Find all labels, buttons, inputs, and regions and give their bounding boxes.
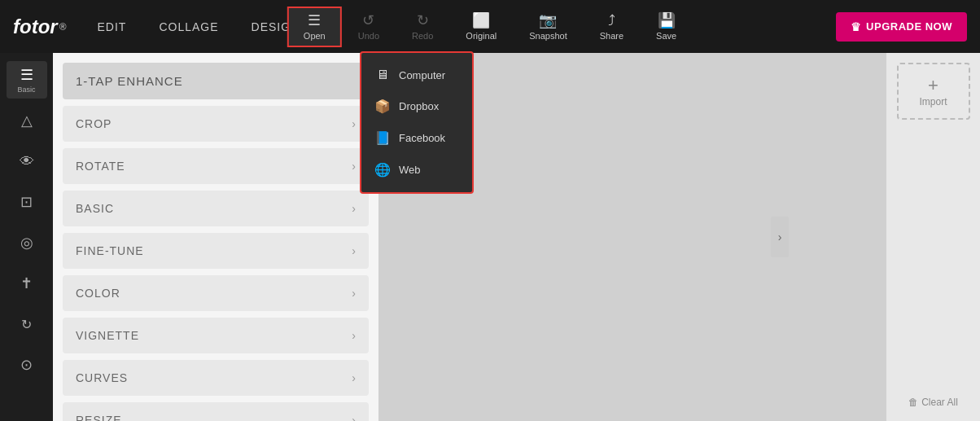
redo-icon: ↻ bbox=[417, 13, 429, 28]
undo-icon: ↺ bbox=[362, 13, 374, 28]
share-label: Share bbox=[600, 31, 623, 41]
open-dropdown: 🖥 Computer 📦 Dropbox 📘 Facebook 🌐 Web bbox=[360, 51, 474, 194]
crop-label: CROP bbox=[76, 117, 112, 130]
sticker-icon: ◎ bbox=[20, 234, 33, 252]
upgrade-button[interactable]: ♛ UPGRADE NOW bbox=[836, 12, 967, 42]
crop-chevron: › bbox=[352, 117, 356, 130]
original-label: Original bbox=[466, 31, 497, 41]
frame-icon: ⊡ bbox=[20, 193, 33, 211]
import-box[interactable]: + Import bbox=[897, 63, 970, 120]
rotate-label: ROTATE bbox=[76, 160, 125, 173]
share-icon: ⤴ bbox=[608, 13, 615, 28]
basic-adjust-label: BASIC bbox=[76, 202, 114, 215]
crown-icon: ♛ bbox=[851, 20, 862, 33]
open-label: Open bbox=[304, 31, 326, 41]
curves-label: CURVES bbox=[76, 371, 128, 384]
toolbar-undo[interactable]: ↺ Undo bbox=[342, 7, 396, 47]
basic-label: Basic bbox=[17, 86, 35, 94]
dropdown-web-label: Web bbox=[399, 164, 421, 176]
logo-text: fotor bbox=[13, 15, 58, 38]
save-icon: 💾 bbox=[658, 13, 676, 28]
panel-vignette[interactable]: VIGNETTE › bbox=[63, 318, 369, 353]
import-label: Import bbox=[919, 96, 947, 107]
panel-curves[interactable]: CURVES › bbox=[63, 360, 369, 396]
panel-basic[interactable]: BASIC › bbox=[63, 191, 369, 226]
toolbar-center: ☰ Open ↺ Undo ↻ Redo ⬜ Original 📷 Snapsh… bbox=[287, 7, 693, 47]
basic-icon: ☰ bbox=[20, 66, 33, 84]
effect-icon: 👁 bbox=[20, 153, 34, 170]
sidebar-settings[interactable]: ⊙ bbox=[7, 346, 47, 384]
sidebar-text[interactable]: ✝ bbox=[7, 265, 47, 302]
finetune-label: FINE-TUNE bbox=[76, 244, 144, 257]
sidebar-frame[interactable]: ⊡ bbox=[7, 183, 47, 221]
nav-edit[interactable]: EDIT bbox=[91, 17, 133, 37]
resize-label: RESIZE bbox=[76, 414, 122, 421]
topbar: fotor ® EDIT COLLAGE DESIGN ☰ Open ↺ Und… bbox=[0, 0, 980, 53]
icon-sidebar: ☰ Basic △ 👁 ⊡ ◎ ✝ ↻ ⊙ bbox=[0, 53, 53, 421]
original-icon: ⬜ bbox=[472, 13, 490, 28]
panel-crop[interactable]: CROP › bbox=[63, 106, 369, 142]
beauty-icon: △ bbox=[21, 112, 33, 129]
clear-all-label: Clear All bbox=[921, 397, 958, 408]
text-icon: ✝ bbox=[20, 274, 33, 292]
sidebar-beauty[interactable]: △ bbox=[7, 102, 47, 139]
snapshot-label: Snapshot bbox=[529, 31, 567, 41]
computer-icon: 🖥 bbox=[374, 68, 391, 82]
settings-icon: ⊙ bbox=[20, 356, 33, 374]
dropbox-icon: 📦 bbox=[374, 99, 391, 114]
scene-icon: ↻ bbox=[21, 317, 32, 332]
left-panel: 1-TAP ENHANCE CROP › ROTATE › BASIC › FI… bbox=[53, 53, 378, 421]
finetune-chevron: › bbox=[352, 244, 356, 257]
panel-rotate[interactable]: ROTATE › bbox=[63, 148, 369, 184]
basic-chevron: › bbox=[352, 202, 356, 215]
facebook-icon: 📘 bbox=[374, 130, 391, 146]
toolbar-snapshot[interactable]: 📷 Snapshot bbox=[513, 7, 583, 47]
plus-icon: + bbox=[928, 75, 938, 96]
vignette-chevron: › bbox=[352, 329, 356, 342]
logo-reg: ® bbox=[59, 21, 67, 33]
toolbar-save[interactable]: 💾 Save bbox=[640, 7, 693, 47]
scroll-right-arrow[interactable]: › bbox=[771, 217, 789, 257]
panel-color[interactable]: COLOR › bbox=[63, 275, 369, 311]
dropdown-dropbox[interactable]: 📦 Dropbox bbox=[361, 90, 472, 122]
vignette-label: VIGNETTE bbox=[76, 329, 139, 342]
undo-label: Undo bbox=[358, 31, 379, 41]
resize-chevron: › bbox=[352, 414, 356, 421]
dropdown-facebook[interactable]: 📘 Facebook bbox=[361, 122, 472, 154]
sidebar-effect[interactable]: 👁 bbox=[7, 143, 47, 180]
toolbar-redo[interactable]: ↻ Redo bbox=[396, 7, 449, 47]
curves-chevron: › bbox=[352, 371, 356, 384]
toolbar-open[interactable]: ☰ Open bbox=[287, 7, 342, 47]
web-icon: 🌐 bbox=[374, 162, 391, 178]
dropdown-computer-label: Computer bbox=[399, 69, 445, 81]
dropdown-facebook-label: Facebook bbox=[399, 132, 445, 144]
panel-resize[interactable]: RESIZE › bbox=[63, 402, 369, 421]
dropdown-dropbox-label: Dropbox bbox=[399, 100, 439, 112]
dropdown-web[interactable]: 🌐 Web bbox=[361, 154, 472, 186]
menu-icon: ☰ bbox=[308, 13, 321, 28]
dropdown-computer[interactable]: 🖥 Computer bbox=[361, 59, 472, 90]
color-chevron: › bbox=[352, 287, 356, 300]
sidebar-sticker[interactable]: ◎ bbox=[7, 224, 47, 261]
nav-collage[interactable]: COLLAGE bbox=[152, 17, 225, 37]
toolbar-share[interactable]: ⤴ Share bbox=[584, 7, 640, 47]
snapshot-icon: 📷 bbox=[539, 13, 557, 28]
rotate-chevron: › bbox=[352, 160, 356, 173]
redo-label: Redo bbox=[412, 31, 433, 41]
sidebar-scene[interactable]: ↻ bbox=[7, 305, 47, 343]
enhance-label: 1-TAP ENHANCE bbox=[76, 74, 183, 88]
clear-all-button[interactable]: 🗑 Clear All bbox=[902, 392, 965, 413]
enhance-item[interactable]: 1-TAP ENHANCE bbox=[63, 63, 369, 99]
sidebar-basic[interactable]: ☰ Basic bbox=[7, 61, 47, 99]
color-label: COLOR bbox=[76, 287, 120, 300]
trash-icon: 🗑 bbox=[908, 397, 918, 408]
save-label: Save bbox=[656, 31, 676, 41]
toolbar-original[interactable]: ⬜ Original bbox=[449, 7, 513, 47]
logo: fotor ® bbox=[13, 15, 67, 38]
right-panel: + Import 🗑 Clear All bbox=[886, 53, 980, 421]
panel-finetune[interactable]: FINE-TUNE › bbox=[63, 233, 369, 269]
nav-links: EDIT COLLAGE DESIGN bbox=[91, 17, 307, 37]
upgrade-label: UPGRADE NOW bbox=[866, 20, 952, 33]
main-area: ☰ Basic △ 👁 ⊡ ◎ ✝ ↻ ⊙ 1-TAP ENHANCE CRO bbox=[0, 53, 980, 421]
